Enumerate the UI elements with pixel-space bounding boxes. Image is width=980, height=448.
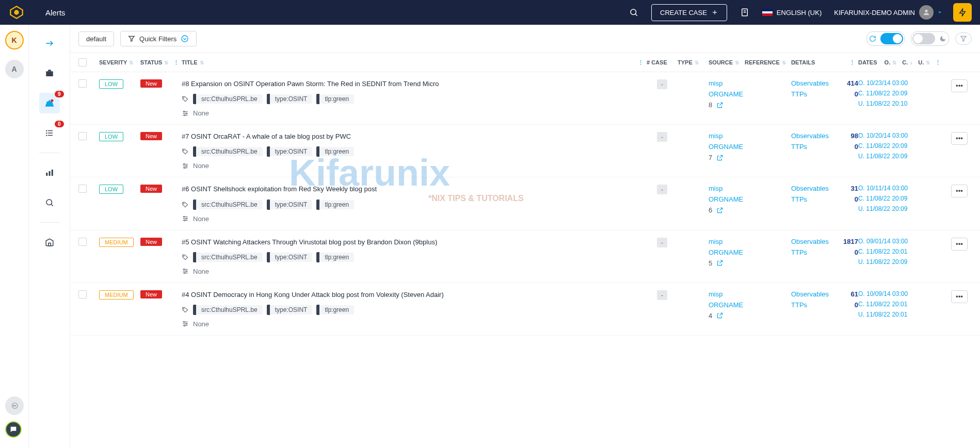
tag-tlp[interactable]: tlp:green — [316, 252, 354, 262]
tag-src[interactable]: src:CthulhuSPRL.be — [193, 94, 263, 104]
external-link-icon[interactable] — [716, 154, 724, 161]
tag-type[interactable]: type:OSINT — [267, 305, 313, 315]
theme-toggle[interactable] — [911, 31, 949, 46]
language-selector[interactable]: ENGLISH (UK) — [762, 9, 822, 16]
tag-tlp[interactable]: tlp:green — [316, 305, 354, 315]
row-actions-button[interactable]: ••• — [951, 185, 968, 197]
svg-point-52 — [184, 216, 185, 217]
search-icon[interactable] — [624, 3, 643, 22]
source-misp-link[interactable]: misp — [709, 132, 745, 140]
user-menu[interactable]: KIFARUNIX-DEMO ADMIN — [834, 5, 943, 20]
tag-src[interactable]: src:CthulhuSPRL.be — [193, 252, 263, 262]
ttps-link[interactable]: TTPs — [791, 143, 807, 151]
external-link-icon[interactable] — [716, 207, 724, 214]
nav-tasks[interactable]: 0 — [39, 123, 60, 143]
ttps-link[interactable]: TTPs — [791, 301, 807, 309]
source-orgname-link[interactable]: ORGNAME — [709, 195, 745, 203]
row-actions-button[interactable]: ••• — [951, 290, 968, 303]
tag-src[interactable]: src:CthulhuSPRL.be — [193, 200, 263, 210]
col-menu-icon[interactable]: ⋮ — [846, 59, 858, 66]
app-logo[interactable] — [8, 4, 25, 21]
observables-link[interactable]: Observables — [791, 185, 829, 192]
docs-icon[interactable] — [735, 3, 754, 22]
alert-title[interactable]: #5 OSINT Watching Attackers Through Viru… — [182, 238, 647, 247]
toggle-on[interactable] — [880, 33, 903, 44]
source-misp-link[interactable]: misp — [709, 290, 745, 298]
quick-filters-chip[interactable]: Quick Filters — [120, 31, 197, 46]
alert-title[interactable]: #4 OSINT Democracy in Hong Kong Under At… — [182, 290, 647, 300]
external-link-icon[interactable] — [716, 102, 724, 109]
source-misp-link[interactable]: misp — [709, 185, 745, 192]
nav-cases[interactable] — [39, 63, 60, 84]
row-checkbox[interactable] — [78, 290, 87, 298]
alert-title[interactable]: #6 OSINT Shellshock exploitation from Re… — [182, 185, 647, 194]
source-orgname-link[interactable]: ORGNAME — [709, 90, 745, 98]
ttps-link[interactable]: TTPs — [791, 248, 807, 256]
observables-link[interactable]: Observables — [791, 290, 829, 298]
nav-search[interactable] — [39, 192, 60, 213]
org-avatar-a[interactable]: A — [5, 60, 24, 78]
source-misp-link[interactable]: misp — [709, 238, 745, 245]
create-case-button[interactable]: CREATE CASE — [651, 4, 727, 21]
topbar: Alerts CREATE CASE ENGLISH (UK) KIFARUNI… — [0, 0, 980, 25]
tag-type[interactable]: type:OSINT — [267, 146, 313, 157]
col-menu-icon[interactable]: ⋮ — [170, 59, 182, 66]
org-avatar-k[interactable]: K — [5, 31, 24, 49]
row-checkbox[interactable] — [78, 132, 87, 140]
date-c: C. 11/08/22 20:09 — [858, 195, 951, 202]
col-case[interactable]: # CASE — [647, 59, 678, 65]
col-details[interactable]: DETAILS⋮ — [791, 59, 858, 66]
row-checkbox[interactable] — [78, 238, 87, 246]
source-orgname-link[interactable]: ORGNAME — [709, 301, 745, 309]
col-title[interactable]: TITLE⇅⋮ — [182, 59, 647, 66]
auto-refresh-toggle[interactable] — [866, 31, 905, 46]
col-source[interactable]: SOURCE⇅ — [709, 59, 745, 65]
col-menu-icon[interactable]: ⋮ — [932, 59, 944, 66]
custom-icon — [182, 215, 189, 222]
observables-link[interactable]: Observables — [791, 132, 829, 140]
col-dates[interactable]: DATES O.⇅ C.↓ U.⇅ ⋮ — [858, 59, 951, 66]
source-orgname-link[interactable]: ORGNAME — [709, 248, 745, 256]
nav-expand[interactable] — [39, 33, 60, 54]
col-type[interactable]: TYPE⇅ — [678, 59, 709, 65]
row-checkbox[interactable] — [78, 185, 87, 193]
tag-type[interactable]: type:OSINT — [267, 252, 313, 262]
default-filter-chip[interactable]: default — [78, 31, 114, 46]
tag-type[interactable]: type:OSINT — [267, 94, 313, 104]
alert-title[interactable]: #7 OSINT OrcaRAT - A whale of a tale blo… — [182, 132, 647, 141]
tag-tlp[interactable]: tlp:green — [316, 94, 354, 104]
chat-icon[interactable] — [5, 396, 24, 415]
source-misp-link[interactable]: misp — [709, 79, 745, 87]
select-all-checkbox[interactable] — [78, 58, 87, 67]
observables-link[interactable]: Observables — [791, 79, 829, 87]
bolt-button[interactable] — [953, 3, 972, 22]
nav-org[interactable] — [39, 232, 60, 253]
tag-tlp[interactable]: tlp:green — [316, 146, 354, 157]
row-actions-button[interactable]: ••• — [951, 132, 968, 145]
source-orgname-link[interactable]: ORGNAME — [709, 143, 745, 151]
observables-link[interactable]: Observables — [791, 238, 829, 245]
row-checkbox[interactable] — [78, 79, 87, 88]
col-status[interactable]: STATUS⇅⋮ — [140, 59, 182, 66]
tag-src[interactable]: src:CthulhuSPRL.be — [193, 305, 263, 315]
external-link-icon[interactable] — [716, 312, 724, 319]
nav-alerts[interactable]: 9 — [39, 93, 60, 113]
alert-title[interactable]: #8 Expansion on OSINT Operation Pawn Sto… — [182, 79, 647, 89]
row-actions-button[interactable]: ••• — [951, 238, 968, 251]
row-actions-button[interactable]: ••• — [951, 79, 968, 92]
col-severity[interactable]: SEVERITY⇅⋮ — [99, 59, 140, 66]
status-badge: New — [140, 290, 162, 298]
tag-src[interactable]: src:CthulhuSPRL.be — [193, 146, 263, 157]
support-chat-icon[interactable] — [5, 421, 22, 438]
col-menu-icon[interactable]: ⋮ — [635, 59, 647, 66]
external-link-icon[interactable] — [716, 259, 724, 267]
ttps-link[interactable]: TTPs — [791, 195, 807, 203]
svg-point-25 — [46, 200, 52, 205]
tag-tlp[interactable]: tlp:green — [316, 200, 354, 210]
tag-type[interactable]: type:OSINT — [267, 200, 313, 210]
col-reference[interactable]: REFERENCE⇅⋮ — [745, 59, 791, 66]
nav-dashboard[interactable] — [39, 162, 60, 183]
ttps-link[interactable]: TTPs — [791, 90, 807, 98]
filter-toggle-button[interactable] — [955, 32, 972, 45]
toggle-off[interactable] — [912, 33, 935, 44]
